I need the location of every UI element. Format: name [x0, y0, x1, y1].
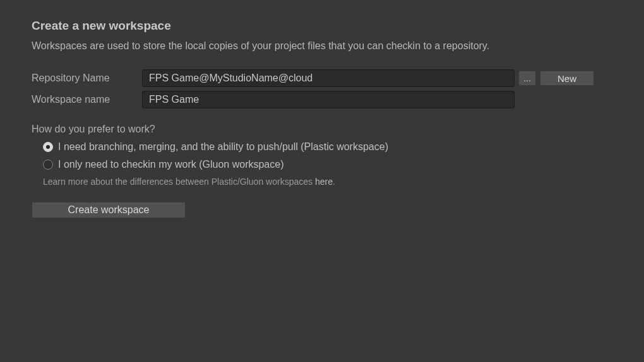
repository-input[interactable] [142, 69, 515, 87]
learn-more-link[interactable]: here [315, 177, 333, 187]
browse-repository-button[interactable]: ... [518, 71, 536, 86]
learn-more-prefix: Learn more about the differences between… [43, 177, 315, 187]
new-repository-button[interactable]: New [540, 71, 594, 86]
workspace-row: Workspace name [32, 91, 612, 108]
repository-row: Repository Name ... New [32, 69, 612, 87]
workmode-question: How do you prefer to work? [32, 124, 612, 135]
radio-option-gluon[interactable]: I only need to checkin my work (Gluon wo… [43, 159, 612, 170]
create-workspace-button[interactable]: Create workspace [32, 202, 186, 218]
radio-dot-icon [46, 145, 50, 149]
radio-label-gluon: I only need to checkin my work (Gluon wo… [58, 159, 283, 170]
workspace-label: Workspace name [32, 94, 142, 105]
learn-more-suffix: . [333, 177, 335, 187]
radio-button-plastic[interactable] [43, 142, 53, 152]
learn-more-text: Learn more about the differences between… [43, 177, 612, 187]
radio-option-plastic[interactable]: I need branching, merging, and the abili… [43, 141, 612, 153]
page-description: Workspaces are used to store the local c… [32, 40, 612, 52]
workspace-input[interactable] [142, 91, 515, 108]
page-title: Create a new workspace [32, 19, 612, 33]
repository-label: Repository Name [32, 73, 142, 84]
radio-label-plastic: I need branching, merging, and the abili… [58, 141, 388, 153]
radio-button-gluon[interactable] [43, 160, 53, 170]
